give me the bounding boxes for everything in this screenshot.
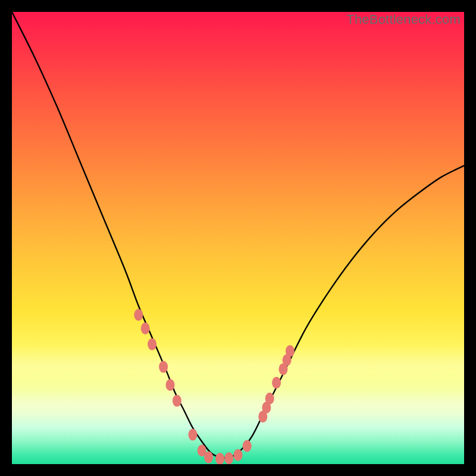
data-marker [224, 452, 233, 464]
data-marker [141, 322, 150, 334]
data-marker [148, 339, 156, 350]
marker-group [134, 309, 295, 464]
data-marker [166, 379, 175, 391]
chart-frame: TheBottleneck.com [0, 0, 476, 476]
data-marker [234, 449, 243, 461]
data-marker [134, 309, 143, 321]
data-marker [159, 361, 168, 373]
watermark-text: TheBottleneck.com [346, 12, 461, 27]
data-marker [265, 393, 274, 405]
data-marker [215, 453, 224, 464]
chart-svg [12, 12, 464, 464]
data-marker [286, 345, 295, 357]
bottleneck-curve [12, 12, 464, 458]
plot-area: TheBottleneck.com [12, 12, 464, 464]
data-marker [173, 395, 181, 407]
data-marker [243, 440, 252, 452]
data-marker [189, 429, 198, 441]
data-marker [272, 377, 281, 389]
data-marker [204, 452, 213, 464]
